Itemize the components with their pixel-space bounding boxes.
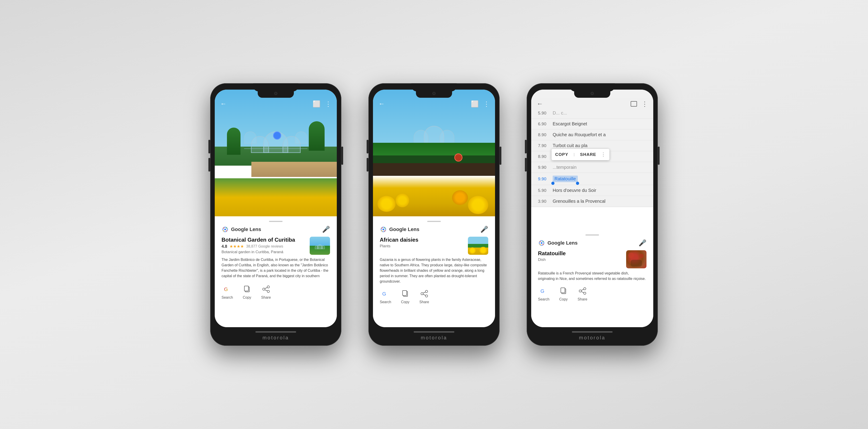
share-btn-menu[interactable]: SHARE [580, 152, 596, 157]
price-7: 5.90 [538, 188, 553, 193]
copy-label-1: Copy [243, 295, 251, 299]
phone-1: ← ⬜ ⋮ [210, 83, 341, 346]
more-icon-3[interactable]: ⋮ [642, 100, 648, 108]
result-row-1: Botanical Garden of Curitiba 4.8 ★★★★ 38… [221, 237, 330, 255]
svg-line-29 [581, 289, 584, 290]
svg-line-9 [265, 288, 267, 288]
share-label-3: Share [578, 297, 587, 302]
panel-handle-2 [427, 221, 441, 222]
home-bar-3 [572, 331, 613, 333]
selection-handle-right[interactable] [576, 182, 579, 185]
copy-icon-1 [242, 284, 252, 294]
menu-row-5: 9.90 ...temporain [531, 162, 653, 173]
phone-1-screen: ← ⬜ ⋮ [215, 90, 337, 327]
screenshot-icon-2[interactable]: ⬜ [471, 100, 479, 108]
lens-logo-1: Google Lens [221, 226, 261, 233]
more-icon-2[interactable]: ⋮ [483, 100, 490, 108]
copy-label-3: Copy [559, 297, 567, 302]
mic-icon-3[interactable]: 🎤 [639, 239, 647, 247]
selection-handle-left[interactable] [551, 182, 555, 185]
focus-indicator-1 [273, 132, 281, 140]
svg-point-27 [579, 290, 581, 292]
front-camera-1 [274, 92, 277, 95]
search-icon-2: G [380, 289, 391, 299]
svg-point-22 [541, 242, 542, 244]
lens-panel-1: Google Lens 🎤 Botanical Garden of Curiti… [215, 216, 337, 327]
search-label-3: Search [538, 297, 550, 302]
lens-logo-3: Google Lens [538, 239, 578, 247]
result-description-1: The Jardim Botânico de Curitiba, in Port… [221, 257, 330, 280]
top-bar-2: ← ⬜ ⋮ [373, 98, 495, 110]
screenshot-icon-3[interactable] [631, 101, 637, 107]
svg-point-28 [584, 292, 586, 294]
result-thumbnail-1 [310, 237, 330, 255]
price-2: 8.90 [538, 132, 553, 137]
back-button-3[interactable]: ← [537, 100, 543, 108]
copy-action-2[interactable]: Copy [400, 289, 410, 304]
share-action-3[interactable]: Share [578, 286, 587, 302]
share-action-1[interactable]: Share [261, 284, 271, 299]
svg-point-1 [224, 229, 226, 230]
result-subtitle-3: Dish [538, 257, 622, 262]
more-btn-menu[interactable]: ⋮ [601, 151, 606, 158]
notch-3 [574, 90, 610, 98]
lens-title-3: Google Lens [548, 240, 578, 246]
back-button-1[interactable]: ← [220, 100, 226, 108]
vol-down-button[interactable] [209, 158, 210, 172]
price-8: 3.90 [538, 199, 553, 204]
vol-up-button[interactable] [209, 140, 210, 153]
top-bar-1: ← ⬜ ⋮ [215, 98, 337, 110]
vol-up-button-2[interactable] [367, 140, 368, 153]
result-title-2: African daisies [380, 237, 464, 243]
menu-blur-view: ← ⋮ 5.90 D... c... 6.90 Escargot [531, 90, 653, 207]
copy-action-3[interactable]: Copy [559, 286, 568, 302]
share-action-2[interactable]: Share [419, 289, 429, 304]
svg-rect-15 [403, 290, 407, 295]
result-subtitle-1: Botanical garden in Curitiba, Paraná [221, 250, 306, 254]
search-label-2: Search [380, 300, 391, 304]
search-action-3[interactable]: G Search [538, 286, 550, 302]
power-button[interactable] [341, 147, 343, 165]
brand-1: motorola [262, 335, 289, 341]
svg-line-10 [265, 290, 267, 291]
power-button-2[interactable] [500, 147, 501, 165]
copy-action-1[interactable]: Copy [242, 284, 252, 299]
vol-up-button-3[interactable] [525, 140, 527, 153]
panel-handle-1 [269, 221, 283, 222]
menu-row-8: 3.90 Grenouilles a la Provencal [531, 196, 653, 207]
dish-2: Quiche au Rouquefort et a [553, 132, 647, 137]
mic-icon-2[interactable]: 🎤 [480, 226, 488, 233]
vol-down-button-2[interactable] [367, 158, 368, 172]
menu-row-7: 5.90 Hors d'oeuvre du Soir [531, 185, 653, 196]
copy-icon-2 [400, 289, 410, 299]
camera-view-1: ← ⬜ ⋮ [215, 90, 337, 216]
svg-line-20 [423, 294, 426, 295]
action-buttons-2: G Search Copy [380, 289, 488, 304]
search-action-1[interactable]: G G [221, 284, 233, 299]
rating-stars-1: ★★★★ [229, 244, 244, 249]
mic-icon-1[interactable]: 🎤 [322, 226, 330, 233]
result-thumbnail-3 [626, 250, 647, 268]
notch-2 [416, 90, 452, 98]
top-bar-3: ← ⋮ [531, 98, 653, 110]
svg-point-12 [382, 229, 384, 230]
phone-3-screen: ← ⋮ 5.90 D... c... 6.90 Escargot [531, 90, 653, 327]
dish-8: Grenouilles a la Provencal [553, 199, 647, 204]
price-5: 9.90 [538, 165, 553, 170]
menu-row-9: 6.90 Moules Frites [531, 207, 653, 207]
vol-down-button-3[interactable] [525, 158, 527, 172]
copy-btn-menu[interactable]: COPY [555, 152, 568, 157]
search-action-2[interactable]: G Search [380, 289, 391, 304]
result-info-3: Ratatouille Dish [538, 250, 622, 264]
front-camera-2 [432, 92, 436, 95]
dish-5: ...temporain [553, 165, 647, 170]
action-buttons-1: G G [221, 284, 330, 299]
screenshot-icon-1[interactable]: ⬜ [313, 100, 320, 108]
back-button-2[interactable]: ← [378, 100, 385, 108]
more-icon-1[interactable]: ⋮ [325, 100, 331, 108]
svg-point-7 [263, 288, 265, 290]
share-label-2: Share [419, 300, 429, 304]
home-bar-2 [414, 331, 454, 333]
lens-header-2: Google Lens 🎤 [380, 226, 488, 233]
power-button-3[interactable] [658, 147, 659, 165]
